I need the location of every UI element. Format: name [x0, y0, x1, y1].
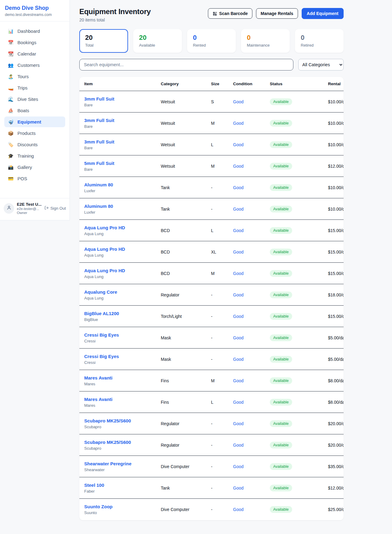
condition-cell: Good [233, 421, 270, 426]
item-name-link[interactable]: Aqua Lung Pro HD [84, 246, 125, 252]
item-name-link[interactable]: Aluminum 80 [84, 204, 113, 209]
column-header-rental: Rental [328, 82, 341, 86]
table-row: 5mm Full SuitBareWetsuitMGoodAvailable$1… [79, 155, 344, 177]
person-icon [6, 205, 12, 212]
condition-link[interactable]: Good [233, 507, 243, 512]
condition-link[interactable]: Good [233, 99, 243, 104]
search-input[interactable] [79, 59, 293, 71]
item-name-link[interactable]: 3mm Full Suit [84, 118, 114, 123]
sidebar-item-pos[interactable]: 💳POS [4, 173, 65, 184]
condition-link[interactable]: Good [233, 121, 243, 126]
item-cell: Scubapro MK25/S600Scubapro [84, 418, 161, 429]
size-cell: M [211, 271, 233, 276]
item-name-link[interactable]: Cressi Big Eyes [84, 354, 119, 359]
item-name-link[interactable]: Suunto Zoop [84, 504, 112, 509]
condition-link[interactable]: Good [233, 335, 243, 340]
sidebar-item-calendar[interactable]: 📆Calendar [4, 48, 65, 59]
item-name-link[interactable]: Cressi Big Eyes [84, 332, 119, 338]
stat-card-total[interactable]: 20Total [79, 29, 128, 53]
condition-link[interactable]: Good [233, 378, 243, 383]
size-cell: - [211, 207, 233, 212]
status-badge: Available [270, 249, 292, 255]
sidebar-item-trips[interactable]: 🚤Trips [4, 82, 65, 93]
condition-cell: Good [233, 357, 270, 362]
sidebar-item-gallery[interactable]: 📸Gallery [4, 162, 65, 173]
status-cell: Available [270, 334, 328, 341]
item-name-link[interactable]: BigBlue AL1200 [84, 311, 119, 316]
avatar [4, 203, 14, 214]
status-cell: Available [270, 485, 328, 491]
item-name-link[interactable]: Scubapro MK25/S600 [84, 440, 131, 445]
condition-link[interactable]: Good [233, 185, 243, 190]
stat-label: Rented [193, 43, 230, 48]
item-name-link[interactable]: Mares Avanti [84, 397, 112, 402]
sign-out-button[interactable]: Sign Out [44, 206, 66, 211]
item-name-link[interactable]: Aqualung Core [84, 289, 117, 295]
sidebar-item-dashboard[interactable]: 📊Dashboard [4, 26, 65, 36]
item-name-link[interactable]: Aqua Lung Pro HD [84, 225, 125, 230]
condition-link[interactable]: Good [233, 250, 243, 254]
category-cell: Tank [161, 486, 211, 490]
scan-barcode-label: Scan Barcode [219, 11, 248, 16]
sidebar-item-products[interactable]: 📦Products [4, 128, 65, 139]
stat-card-maintenance[interactable]: 0Maintenance [241, 29, 290, 53]
condition-link[interactable]: Good [233, 271, 243, 276]
condition-link[interactable]: Good [233, 464, 243, 469]
condition-link[interactable]: Good [233, 443, 243, 448]
sidebar-item-tours[interactable]: 🏝️Tours [4, 71, 65, 82]
item-name-link[interactable]: 5mm Full Suit [84, 161, 114, 166]
scan-barcode-button[interactable]: Scan Barcode [208, 8, 252, 19]
status-cell: Available [270, 120, 328, 127]
condition-link[interactable]: Good [233, 164, 243, 169]
condition-cell: Good [233, 99, 270, 105]
sidebar-item-discounts[interactable]: 🏷️Discounts [4, 139, 65, 150]
stat-card-rented[interactable]: 0Rented [187, 29, 236, 53]
brand-title[interactable]: Demo Dive Shop [5, 5, 65, 11]
sidebar-item-bookings[interactable]: 📅Bookings [4, 37, 65, 48]
item-name-link[interactable]: 3mm Full Suit [84, 96, 114, 101]
condition-link[interactable]: Good [233, 207, 243, 212]
sidebar-item-training[interactable]: 🎓Training [4, 151, 65, 161]
item-name-link[interactable]: Mares Avanti [84, 375, 112, 380]
condition-link[interactable]: Good [233, 486, 243, 490]
stat-value: 0 [301, 34, 338, 42]
condition-link[interactable]: Good [233, 142, 243, 147]
item-cell: Aqua Lung Pro HDAqua Lung [84, 225, 161, 236]
item-name-link[interactable]: 3mm Full Suit [84, 139, 114, 144]
status-cell: Available [270, 292, 328, 298]
table-row: Steel 100FaberTank-GoodAvailable$12.00/d… [79, 477, 344, 499]
stat-card-available[interactable]: 20Available [133, 29, 182, 53]
condition-link[interactable]: Good [233, 400, 243, 405]
condition-cell: Good [233, 163, 270, 169]
table-row: Cressi Big EyesCressiMask-GoodAvailable$… [79, 349, 344, 370]
sidebar-item-label: Tours [17, 74, 29, 79]
sidebar-item-customers[interactable]: 👥Customers [4, 60, 65, 71]
condition-link[interactable]: Good [233, 314, 243, 319]
category-select[interactable]: All Categories [298, 59, 344, 71]
item-brand: Aqua Lung [84, 296, 161, 300]
condition-link[interactable]: Good [233, 421, 243, 426]
item-brand: Bare [84, 146, 161, 150]
item-brand: Scubapro [84, 446, 161, 451]
sidebar-item-dive-sites[interactable]: 🌊Dive Sites [4, 94, 65, 105]
condition-link[interactable]: Good [233, 228, 243, 233]
size-cell: - [211, 292, 233, 297]
status-cell: Available [270, 506, 328, 513]
add-equipment-button[interactable]: Add Equipment [302, 8, 344, 19]
sidebar-item-equipment[interactable]: 🤿Equipment [4, 116, 65, 127]
condition-link[interactable]: Good [233, 357, 243, 362]
condition-link[interactable]: Good [233, 292, 243, 297]
stat-card-retired[interactable]: 0Retired [295, 29, 344, 53]
sidebar-item-boats[interactable]: ⛵Boats [4, 105, 65, 116]
item-name-link[interactable]: Shearwater Peregrine [84, 461, 131, 466]
item-name-link[interactable]: Scubapro MK25/S600 [84, 418, 131, 423]
item-name-link[interactable]: Aluminum 80 [84, 182, 113, 187]
item-cell: Aqualung CoreAqua Lung [84, 289, 161, 300]
user-name: E2E Test U... [17, 202, 42, 207]
category-cell: Tank [161, 185, 211, 190]
manage-rentals-button[interactable]: Manage Rentals [256, 8, 298, 19]
item-name-link[interactable]: Steel 100 [84, 483, 104, 488]
item-name-link[interactable]: Aqua Lung Pro HD [84, 268, 125, 273]
size-cell: - [211, 443, 233, 448]
condition-cell: Good [233, 249, 270, 255]
